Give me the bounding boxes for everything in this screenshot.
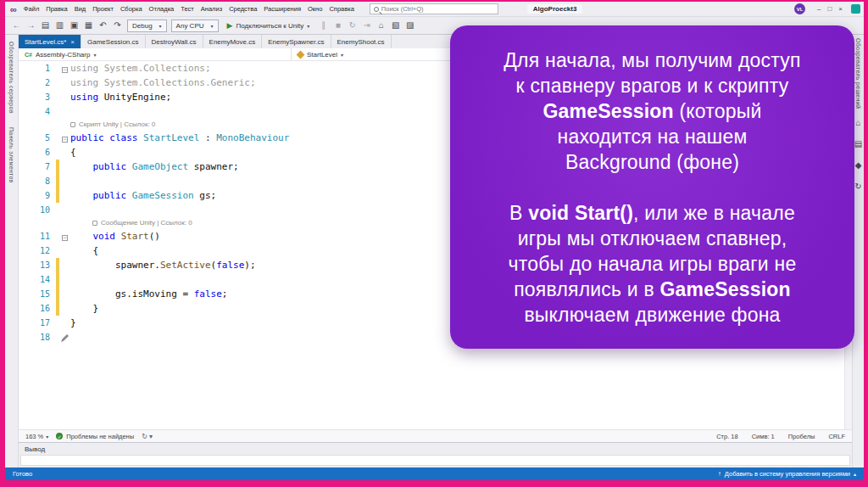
options-icon[interactable]: ▨	[404, 18, 415, 33]
stop-icon[interactable]: ■	[332, 18, 343, 33]
attach-unity-button[interactable]: ▶Подключиться к Unity▾	[223, 21, 314, 30]
left-collapsed-tab-0[interactable]: Обозреватель серверов	[8, 42, 14, 114]
undo-icon[interactable]: ↶	[97, 18, 108, 33]
close-button[interactable]: ×	[835, 5, 846, 13]
card-line: находится на нашем	[504, 124, 800, 149]
fold-margin	[59, 119, 70, 131]
code-health-indicator[interactable]: ✓Проблемы не найдены	[56, 433, 134, 440]
search-box[interactable]	[370, 3, 498, 14]
zoom-value: 163 %	[25, 433, 43, 440]
open-file-icon[interactable]: ▥	[54, 18, 65, 33]
status-item-0[interactable]: Стр. 18	[716, 433, 738, 440]
breadcrumb-symbol-label: StartLevel	[307, 51, 337, 59]
pause-icon[interactable]: ∥	[318, 18, 329, 33]
attach-unity-label: Подключиться к Unity	[236, 22, 303, 30]
tab-label: EnemyShoot.cs	[337, 38, 385, 46]
toolbar-right-icons: ∥■↻⇥⌂▧▨	[318, 18, 415, 33]
menu-item-0[interactable]: Файл	[20, 5, 42, 13]
line-number: 3	[19, 90, 56, 104]
line-number: 7	[19, 160, 56, 174]
tab-1[interactable]: GameSession.cs	[81, 35, 145, 48]
tab-label: EnemyMove.cs	[209, 38, 256, 46]
line-number: 8	[19, 174, 56, 188]
menu-item-1[interactable]: Правка	[42, 5, 70, 13]
output-title[interactable]: Вывод	[25, 445, 45, 453]
nav-back-icon[interactable]: ←	[11, 18, 22, 33]
step-over-icon[interactable]: ⇥	[361, 18, 372, 33]
fold-margin[interactable]: –	[59, 131, 70, 145]
find-icon[interactable]: ▧	[390, 18, 401, 33]
check-icon: ✓	[56, 433, 63, 439]
tab-label: EnemySpawner.cs	[268, 38, 324, 46]
fold-margin	[59, 272, 70, 287]
tab-0[interactable]: StartLevel.cs*×	[19, 35, 81, 48]
save-icon[interactable]: ▣	[69, 18, 80, 33]
tab-label: GameSession.cs	[87, 38, 138, 46]
line-number: 9	[19, 188, 56, 203]
fold-collapse-icon[interactable]: –	[62, 137, 68, 143]
card-line: В void Start(), или же в начале	[504, 200, 800, 226]
output-body	[20, 455, 850, 466]
source-control-button[interactable]: ↑ Добавить в систему управления версиями…	[718, 470, 856, 478]
debug-dropdown[interactable]: Debug▾	[127, 20, 167, 32]
card-line: Для начала, мы получим доступ	[504, 48, 800, 73]
line-number	[19, 217, 56, 229]
avatar[interactable]: VL	[794, 3, 805, 14]
fold-margin	[59, 244, 70, 258]
status-item-3[interactable]: CRLF	[828, 433, 845, 440]
solution-explorer-collapsed-tab[interactable]: Обозреватель решений	[855, 38, 861, 109]
browser-icon[interactable]: ⌂	[376, 18, 387, 33]
fold-collapse-icon[interactable]: –	[62, 235, 68, 241]
line-number: 17	[19, 316, 56, 330]
menu-item-2[interactable]: Вид	[71, 5, 90, 13]
fold-margin	[59, 287, 70, 301]
chevron-down-icon: ▾	[46, 434, 48, 439]
menu-item-8[interactable]: Средства	[225, 5, 260, 13]
status-item-2[interactable]: Пробелы	[788, 433, 815, 440]
zoom-level[interactable]: 163 %▾	[25, 433, 48, 440]
new-file-icon[interactable]: ▤	[40, 18, 51, 33]
editor-status-bar: 163 %▾ ✓Проблемы не найдены ↻ ▾ Стр. 18С…	[19, 429, 852, 442]
fold-margin	[59, 90, 70, 104]
restart-icon[interactable]: ↻	[347, 18, 358, 33]
tab-2[interactable]: DestroyWall.cs	[146, 35, 203, 48]
breadcrumb-symbol[interactable]: StartLevel ▾	[292, 48, 349, 60]
tab-3[interactable]: EnemyMove.cs	[203, 35, 263, 48]
breadcrumb-project[interactable]: C# Assembly-CSharp ▾	[19, 48, 292, 60]
card-text: Для начала, мы получим доступк спавнеру …	[504, 48, 800, 327]
left-collapsed-tab-1[interactable]: Панель элементов	[8, 127, 14, 183]
line-number: 16	[19, 301, 56, 316]
tab-5[interactable]: EnemyShoot.cs	[331, 35, 392, 48]
status-item-1[interactable]: Симв: 1	[752, 433, 775, 440]
fold-collapse-icon[interactable]: –	[62, 67, 68, 73]
refresh-icon[interactable]: ↻ ▾	[142, 433, 153, 440]
chevron-up-icon: ▴	[854, 471, 856, 477]
menu-item-11[interactable]: Справка	[326, 5, 357, 13]
redo-icon[interactable]: ↷	[112, 18, 123, 33]
tab-close-icon[interactable]: ×	[70, 38, 75, 46]
tab-4[interactable]: EnemySpawner.cs	[262, 35, 331, 48]
search-input[interactable]	[381, 5, 483, 13]
fold-margin[interactable]: –	[59, 229, 70, 244]
platform-dropdown[interactable]: Any CPU▾	[171, 20, 219, 32]
save-all-icon[interactable]: ▦	[83, 18, 94, 33]
line-number: 6	[19, 145, 56, 160]
line-number: 12	[19, 244, 56, 258]
minimize-button[interactable]: –	[814, 5, 824, 13]
menu-item-5[interactable]: Отладка	[146, 5, 178, 13]
project-name[interactable]: AlgoProeckt3	[527, 4, 583, 14]
code-health-label: Проблемы не найдены	[66, 433, 134, 440]
menu-item-10[interactable]: Окно	[304, 5, 326, 13]
maximize-button[interactable]: □	[824, 5, 835, 13]
debug-dropdown-label: Debug	[132, 22, 153, 30]
status-ready-label: Готово	[13, 470, 32, 478]
menu-item-4[interactable]: Сборка	[117, 5, 146, 13]
fold-margin[interactable]: –	[59, 61, 70, 76]
nav-forward-icon[interactable]: →	[25, 18, 36, 33]
menu-item-3[interactable]: Проект	[89, 5, 117, 13]
menu-item-7[interactable]: Анализ	[198, 5, 225, 13]
menu-item-9[interactable]: Расширения	[260, 5, 304, 13]
editor-status-right: Стр. 18Симв: 1ПробелыCRLF	[716, 433, 845, 440]
line-number: 14	[19, 272, 56, 287]
menu-item-6[interactable]: Тест	[177, 5, 198, 13]
